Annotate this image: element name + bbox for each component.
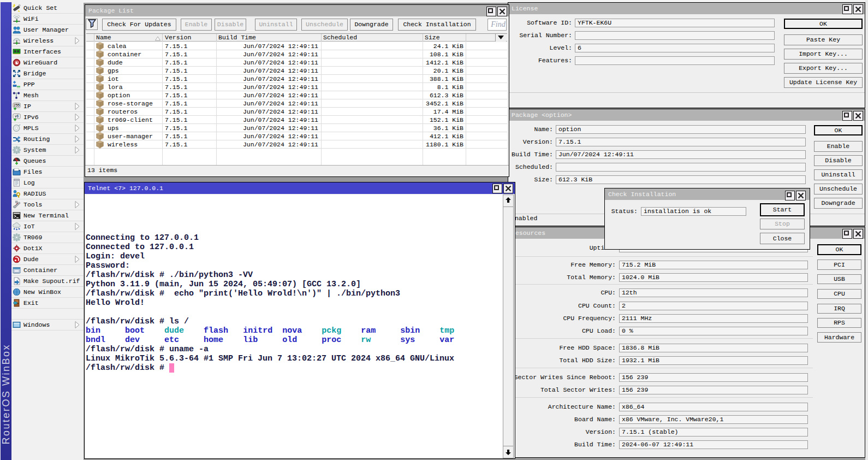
svg-text:v6: v6 [15, 114, 19, 118]
svg-text:255: 255 [14, 103, 20, 107]
